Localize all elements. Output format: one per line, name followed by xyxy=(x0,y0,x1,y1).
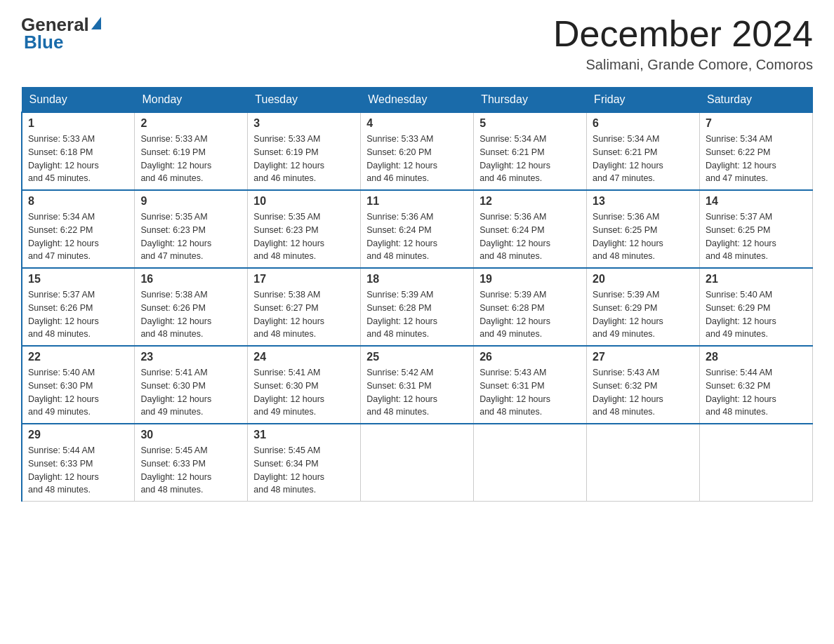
calendar-title: December 2024 xyxy=(553,14,813,54)
day-number: 27 xyxy=(593,351,694,363)
day-number: 8 xyxy=(28,195,128,208)
calendar-week-row: 1 Sunrise: 5:33 AMSunset: 6:18 PMDayligh… xyxy=(22,112,813,190)
day-info: Sunrise: 5:43 AMSunset: 6:31 PMDaylight:… xyxy=(479,368,550,417)
calendar-cell: 16 Sunrise: 5:38 AMSunset: 6:26 PMDaylig… xyxy=(135,268,248,346)
day-number: 22 xyxy=(28,351,128,363)
calendar-cell: 31 Sunrise: 5:45 AMSunset: 6:34 PMDaylig… xyxy=(248,424,361,502)
calendar-cell: 3 Sunrise: 5:33 AMSunset: 6:19 PMDayligh… xyxy=(248,112,361,190)
page-header: General Blue December 2024 Salimani, Gra… xyxy=(21,14,813,73)
day-info: Sunrise: 5:45 AMSunset: 6:33 PMDaylight:… xyxy=(140,445,211,495)
day-info: Sunrise: 5:36 AMSunset: 6:25 PMDaylight:… xyxy=(593,212,663,261)
day-number: 5 xyxy=(479,117,581,130)
day-info: Sunrise: 5:39 AMSunset: 6:28 PMDaylight:… xyxy=(479,290,550,339)
day-number: 16 xyxy=(140,273,241,286)
day-number: 12 xyxy=(479,195,581,208)
logo-triangle-icon xyxy=(91,17,101,29)
calendar-cell: 1 Sunrise: 5:33 AMSunset: 6:18 PMDayligh… xyxy=(22,112,135,190)
calendar-cell: 4 Sunrise: 5:33 AMSunset: 6:20 PMDayligh… xyxy=(361,112,474,190)
day-info: Sunrise: 5:34 AMSunset: 6:21 PMDaylight:… xyxy=(479,134,550,183)
day-number: 30 xyxy=(140,429,241,441)
calendar-cell xyxy=(587,424,700,502)
day-number: 2 xyxy=(140,117,241,130)
calendar-cell: 8 Sunrise: 5:34 AMSunset: 6:22 PMDayligh… xyxy=(22,190,135,268)
calendar-cell: 18 Sunrise: 5:39 AMSunset: 6:28 PMDaylig… xyxy=(361,268,474,346)
day-number: 15 xyxy=(28,273,128,286)
day-number: 17 xyxy=(253,273,355,286)
day-number: 24 xyxy=(253,351,355,363)
day-number: 20 xyxy=(593,273,694,286)
calendar-cell: 30 Sunrise: 5:45 AMSunset: 6:33 PMDaylig… xyxy=(135,424,248,502)
calendar-week-row: 8 Sunrise: 5:34 AMSunset: 6:22 PMDayligh… xyxy=(22,190,813,268)
logo: General Blue xyxy=(21,14,101,53)
day-number: 23 xyxy=(140,351,241,363)
day-info: Sunrise: 5:33 AMSunset: 6:19 PMDaylight:… xyxy=(140,134,211,183)
calendar-table: Sunday Monday Tuesday Wednesday Thursday… xyxy=(21,87,813,502)
calendar-cell: 23 Sunrise: 5:41 AMSunset: 6:30 PMDaylig… xyxy=(135,346,248,424)
day-number: 25 xyxy=(366,351,468,363)
calendar-cell: 28 Sunrise: 5:44 AMSunset: 6:32 PMDaylig… xyxy=(700,346,813,424)
col-saturday: Saturday xyxy=(700,88,813,113)
day-info: Sunrise: 5:44 AMSunset: 6:33 PMDaylight:… xyxy=(28,445,99,495)
day-number: 9 xyxy=(140,195,241,208)
day-info: Sunrise: 5:34 AMSunset: 6:21 PMDaylight:… xyxy=(593,134,663,183)
col-thursday: Thursday xyxy=(474,88,587,113)
day-number: 26 xyxy=(479,351,581,363)
day-info: Sunrise: 5:35 AMSunset: 6:23 PMDaylight:… xyxy=(140,212,211,261)
calendar-cell: 20 Sunrise: 5:39 AMSunset: 6:29 PMDaylig… xyxy=(587,268,700,346)
day-info: Sunrise: 5:41 AMSunset: 6:30 PMDaylight:… xyxy=(253,368,324,417)
day-info: Sunrise: 5:34 AMSunset: 6:22 PMDaylight:… xyxy=(28,212,99,261)
day-info: Sunrise: 5:40 AMSunset: 6:30 PMDaylight:… xyxy=(28,368,99,417)
day-number: 14 xyxy=(706,195,807,208)
calendar-week-row: 15 Sunrise: 5:37 AMSunset: 6:26 PMDaylig… xyxy=(22,268,813,346)
title-block: December 2024 Salimani, Grande Comore, C… xyxy=(553,14,813,73)
day-number: 6 xyxy=(593,117,694,130)
day-number: 19 xyxy=(479,273,581,286)
calendar-cell xyxy=(474,424,587,502)
calendar-cell: 7 Sunrise: 5:34 AMSunset: 6:22 PMDayligh… xyxy=(700,112,813,190)
col-sunday: Sunday xyxy=(22,88,135,113)
day-number: 7 xyxy=(706,117,807,130)
calendar-cell: 19 Sunrise: 5:39 AMSunset: 6:28 PMDaylig… xyxy=(474,268,587,346)
calendar-cell: 21 Sunrise: 5:40 AMSunset: 6:29 PMDaylig… xyxy=(700,268,813,346)
calendar-cell xyxy=(700,424,813,502)
calendar-cell: 2 Sunrise: 5:33 AMSunset: 6:19 PMDayligh… xyxy=(135,112,248,190)
day-info: Sunrise: 5:40 AMSunset: 6:29 PMDaylight:… xyxy=(706,290,776,339)
day-number: 31 xyxy=(253,429,355,441)
calendar-cell: 15 Sunrise: 5:37 AMSunset: 6:26 PMDaylig… xyxy=(22,268,135,346)
day-info: Sunrise: 5:42 AMSunset: 6:31 PMDaylight:… xyxy=(366,368,437,417)
day-number: 3 xyxy=(253,117,355,130)
day-number: 28 xyxy=(706,351,807,363)
day-info: Sunrise: 5:39 AMSunset: 6:29 PMDaylight:… xyxy=(593,290,663,339)
calendar-subtitle: Salimani, Grande Comore, Comoros xyxy=(553,57,813,73)
logo-blue-text: Blue xyxy=(21,32,63,53)
day-number: 13 xyxy=(593,195,694,208)
day-number: 4 xyxy=(366,117,468,130)
calendar-cell: 22 Sunrise: 5:40 AMSunset: 6:30 PMDaylig… xyxy=(22,346,135,424)
calendar-cell: 9 Sunrise: 5:35 AMSunset: 6:23 PMDayligh… xyxy=(135,190,248,268)
day-number: 29 xyxy=(28,429,128,441)
calendar-cell: 27 Sunrise: 5:43 AMSunset: 6:32 PMDaylig… xyxy=(587,346,700,424)
calendar-cell: 5 Sunrise: 5:34 AMSunset: 6:21 PMDayligh… xyxy=(474,112,587,190)
calendar-cell: 14 Sunrise: 5:37 AMSunset: 6:25 PMDaylig… xyxy=(700,190,813,268)
calendar-cell: 25 Sunrise: 5:42 AMSunset: 6:31 PMDaylig… xyxy=(361,346,474,424)
day-info: Sunrise: 5:45 AMSunset: 6:34 PMDaylight:… xyxy=(253,445,324,495)
day-info: Sunrise: 5:43 AMSunset: 6:32 PMDaylight:… xyxy=(593,368,663,417)
day-info: Sunrise: 5:36 AMSunset: 6:24 PMDaylight:… xyxy=(366,212,437,261)
calendar-cell: 24 Sunrise: 5:41 AMSunset: 6:30 PMDaylig… xyxy=(248,346,361,424)
calendar-cell: 13 Sunrise: 5:36 AMSunset: 6:25 PMDaylig… xyxy=(587,190,700,268)
day-info: Sunrise: 5:39 AMSunset: 6:28 PMDaylight:… xyxy=(366,290,437,339)
day-number: 11 xyxy=(366,195,468,208)
day-info: Sunrise: 5:34 AMSunset: 6:22 PMDaylight:… xyxy=(706,134,776,183)
day-info: Sunrise: 5:41 AMSunset: 6:30 PMDaylight:… xyxy=(140,368,211,417)
day-number: 18 xyxy=(366,273,468,286)
calendar-cell: 17 Sunrise: 5:38 AMSunset: 6:27 PMDaylig… xyxy=(248,268,361,346)
day-info: Sunrise: 5:35 AMSunset: 6:23 PMDaylight:… xyxy=(253,212,324,261)
col-tuesday: Tuesday xyxy=(248,88,361,113)
day-info: Sunrise: 5:38 AMSunset: 6:26 PMDaylight:… xyxy=(140,290,211,339)
calendar-cell xyxy=(361,424,474,502)
calendar-cell: 29 Sunrise: 5:44 AMSunset: 6:33 PMDaylig… xyxy=(22,424,135,502)
day-info: Sunrise: 5:36 AMSunset: 6:24 PMDaylight:… xyxy=(479,212,550,261)
calendar-cell: 11 Sunrise: 5:36 AMSunset: 6:24 PMDaylig… xyxy=(361,190,474,268)
day-info: Sunrise: 5:33 AMSunset: 6:20 PMDaylight:… xyxy=(366,134,437,183)
calendar-cell: 10 Sunrise: 5:35 AMSunset: 6:23 PMDaylig… xyxy=(248,190,361,268)
